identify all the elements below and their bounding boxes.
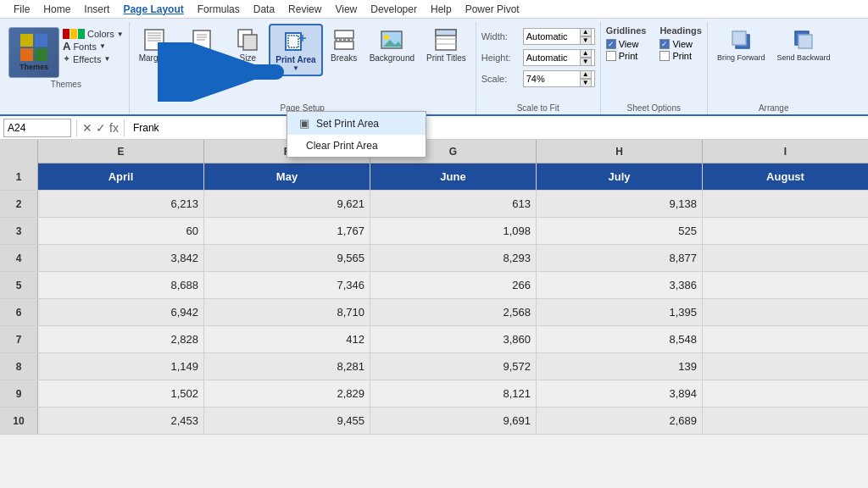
height-down[interactable]: ▼ [580, 58, 592, 66]
height-input[interactable]: Automatic ▲ ▼ [523, 49, 595, 66]
menu-formulas[interactable]: Formulas [191, 2, 247, 17]
cell-f10[interactable]: 9,455 [204, 408, 370, 434]
row-num-2[interactable]: 2 [0, 191, 38, 217]
cell-f8[interactable]: 8,281 [204, 353, 370, 380]
cell-i5[interactable] [703, 272, 868, 298]
cell-g1[interactable]: June [370, 164, 537, 190]
cell-f7[interactable]: 412 [204, 326, 370, 352]
cell-i3[interactable] [703, 218, 868, 244]
cell-e1[interactable]: April [38, 164, 204, 190]
cell-f6[interactable]: 8,710 [204, 299, 370, 325]
name-box[interactable]: A24 [3, 119, 71, 137]
colors-button[interactable]: Colors ▼ [63, 29, 124, 39]
cell-g4[interactable]: 8,293 [370, 245, 537, 271]
menu-developer[interactable]: Developer [364, 2, 424, 17]
menu-view[interactable]: View [328, 2, 364, 17]
scale-down[interactable]: ▼ [580, 79, 592, 87]
menu-power-pivot[interactable]: Power Pivot [459, 2, 526, 17]
width-input[interactable]: Automatic ▲ ▼ [523, 28, 595, 45]
cell-g6[interactable]: 2,568 [370, 299, 537, 325]
row-num-8[interactable]: 8 [0, 353, 38, 380]
row-num-1[interactable]: 1 [0, 164, 38, 190]
cell-h4[interactable]: 8,877 [537, 245, 703, 271]
cell-i9[interactable] [703, 380, 868, 407]
cell-h1[interactable]: July [537, 164, 703, 190]
gridlines-print-row[interactable]: Print [606, 51, 647, 61]
cell-h2[interactable]: 9,138 [537, 191, 703, 217]
menu-page-layout[interactable]: Page Layout [116, 2, 190, 17]
cell-h9[interactable]: 3,894 [537, 380, 703, 407]
cell-f2[interactable]: 9,621 [204, 191, 370, 217]
width-spinner[interactable]: ▲ ▼ [580, 28, 592, 45]
cell-i10[interactable] [703, 408, 868, 434]
cell-g2[interactable]: 613 [370, 191, 537, 217]
scale-up[interactable]: ▲ [580, 70, 592, 79]
cell-f1[interactable]: May [204, 164, 370, 190]
themes-button[interactable]: Themes [8, 27, 59, 78]
row-num-6[interactable]: 6 [0, 299, 38, 325]
cell-i7[interactable] [703, 326, 868, 352]
cell-h5[interactable]: 3,386 [537, 272, 703, 298]
scale-input[interactable]: 74% ▲ ▼ [523, 70, 595, 87]
cell-h3[interactable]: 525 [537, 218, 703, 244]
set-print-area-item[interactable]: ▣ Set Print Area [287, 112, 426, 135]
headings-view-checkbox[interactable]: ✓ [659, 39, 670, 49]
cell-e4[interactable]: 3,842 [38, 245, 204, 271]
send-backward-button[interactable]: Send Backward [772, 24, 834, 102]
menu-review[interactable]: Review [281, 2, 328, 17]
cell-e6[interactable]: 6,942 [38, 299, 204, 325]
size-button[interactable]: Size [230, 24, 265, 65]
cell-f5[interactable]: 7,346 [204, 272, 370, 298]
gridlines-print-checkbox[interactable] [606, 51, 616, 61]
formula-input[interactable] [130, 119, 865, 137]
confirm-icon[interactable]: ✓ [96, 121, 106, 135]
cell-g3[interactable]: 1,098 [370, 218, 537, 244]
cell-h7[interactable]: 8,548 [537, 326, 703, 352]
row-num-3[interactable]: 3 [0, 218, 38, 244]
print-titles-button[interactable]: Print Titles [422, 24, 470, 65]
gridlines-view-checkbox[interactable]: ✓ [606, 39, 616, 49]
cell-g7[interactable]: 3,860 [370, 326, 537, 352]
background-button[interactable]: Background [365, 24, 419, 65]
cancel-icon[interactable]: ✕ [82, 121, 92, 135]
height-spinner[interactable]: ▲ ▼ [580, 49, 592, 66]
cell-f3[interactable]: 1,767 [204, 218, 370, 244]
menu-data[interactable]: Data [247, 2, 281, 17]
cell-i2[interactable] [703, 191, 868, 217]
print-area-button[interactable]: Print Area ▼ [269, 24, 322, 76]
clear-print-area-item[interactable]: Clear Print Area [287, 135, 426, 157]
cell-e10[interactable]: 2,453 [38, 408, 204, 434]
cell-g5[interactable]: 266 [370, 272, 537, 298]
menu-file[interactable]: File [7, 2, 36, 17]
cell-e5[interactable]: 8,688 [38, 272, 204, 298]
width-down[interactable]: ▼ [580, 36, 592, 45]
breaks-button[interactable]: Breaks [326, 24, 362, 65]
cell-g8[interactable]: 9,572 [370, 353, 537, 380]
cell-e8[interactable]: 1,149 [38, 353, 204, 380]
col-header-i[interactable]: I [703, 140, 868, 163]
cell-e7[interactable]: 2,828 [38, 326, 204, 352]
cell-e2[interactable]: 6,213 [38, 191, 204, 217]
gridlines-view-row[interactable]: ✓ View [606, 39, 647, 49]
bring-forward-button[interactable]: Bring Forward [713, 24, 770, 102]
row-num-4[interactable]: 4 [0, 245, 38, 271]
headings-view-row[interactable]: ✓ View [659, 39, 702, 49]
fonts-button[interactable]: A Fonts ▼ [63, 40, 124, 53]
cell-h6[interactable]: 1,395 [537, 299, 703, 325]
cell-e3[interactable]: 60 [38, 218, 204, 244]
height-up[interactable]: ▲ [580, 49, 592, 58]
headings-print-row[interactable]: Print [659, 51, 702, 61]
cell-i1[interactable]: August [703, 164, 868, 190]
print-area-dropdown[interactable]: ▣ Set Print Area Clear Print Area [287, 111, 426, 158]
menu-insert[interactable]: Insert [77, 2, 116, 17]
row-num-5[interactable]: 5 [0, 272, 38, 298]
cell-f9[interactable]: 2,829 [204, 380, 370, 407]
insert-function-icon[interactable]: fx [109, 121, 119, 135]
cell-i8[interactable] [703, 353, 868, 380]
orientation-button[interactable]: Orientation [176, 24, 226, 65]
menu-home[interactable]: Home [36, 2, 77, 17]
cell-i4[interactable] [703, 245, 868, 271]
effects-button[interactable]: ✦ Effects ▼ [63, 53, 124, 64]
cell-e9[interactable]: 1,502 [38, 380, 204, 407]
margins-button[interactable]: Margins [135, 24, 174, 65]
